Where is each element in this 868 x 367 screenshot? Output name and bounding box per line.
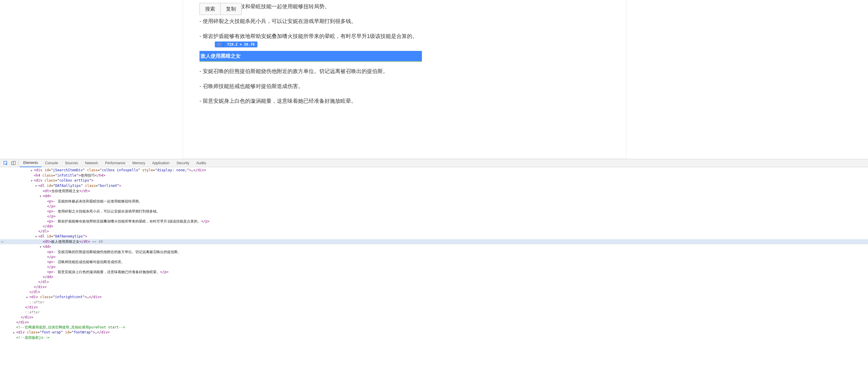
inspect-element-icon[interactable] — [2, 159, 9, 167]
tab-network[interactable]: Network — [82, 159, 101, 167]
tab-memory[interactable]: Memory — [129, 159, 149, 167]
enemy-tips-heading: dt 719.2 × 26.76 敌人使用黑暗之女 — [199, 51, 422, 62]
dom-tree[interactable]: <div id="jSearchItemDiv" class="colbox i… — [0, 167, 868, 343]
tab-performance[interactable]: Performance — [101, 159, 129, 167]
devtools-toolbar: Elements Console Sources Network Perform… — [0, 159, 868, 167]
enemy-tip: - 召唤师技能惩戒也能够对提伯斯造成伤害。 — [199, 82, 422, 91]
enemy-tip: - 安妮召唤的巨熊提伯斯能烧伤他附近的敌方单位。切记远离被召唤出的提伯斯。 — [199, 66, 422, 76]
tab-security[interactable]: Security — [173, 159, 193, 167]
inspect-tooltip: dt 719.2 × 26.76 — [215, 41, 257, 48]
content-card: 搜索 复制 - 安妮的终极必杀技和晕眩技能一起使用能够扭转局势。 - 使用碎裂之… — [183, 0, 626, 158]
tab-audits[interactable]: Audits — [193, 159, 210, 167]
tab-application[interactable]: Application — [149, 159, 173, 167]
devtools-tabs: Elements Console Sources Network Perform… — [20, 159, 210, 167]
tab-console[interactable]: Console — [41, 159, 62, 167]
context-menu: 搜索 复制 — [199, 3, 242, 15]
enemy-tips-list: - 安妮召唤的巨熊提伯斯能烧伤他附近的敌方单位。切记远离被召唤出的提伯斯。 - … — [199, 66, 422, 106]
tab-sources[interactable]: Sources — [62, 159, 82, 167]
tab-elements[interactable]: Elements — [20, 159, 41, 167]
copy-button[interactable]: 复制 — [220, 3, 241, 15]
svg-rect-2 — [13, 161, 15, 164]
page-preview: 搜索 复制 - 安妮的终极必杀技和晕眩技能一起使用能够扭转局势。 - 使用碎裂之… — [0, 0, 868, 159]
enemy-tip: - 留意安妮身上白色的漩涡能量，这意味着她已经准备好施放眩晕。 — [199, 96, 422, 106]
search-button[interactable]: 搜索 — [200, 3, 220, 15]
device-toolbar-icon[interactable] — [9, 159, 17, 167]
ally-tip: - 熔岩护盾能够有效地帮助安妮叠加嗜火技能所带来的晕眩，有时尽早升1级该技能是合… — [199, 31, 422, 41]
ally-tip: - 使用碎裂之火技能杀死小兵，可以让安妮在游戏早期打到很多钱。 — [199, 17, 422, 26]
devtools-panel: Elements Console Sources Network Perform… — [0, 159, 868, 343]
